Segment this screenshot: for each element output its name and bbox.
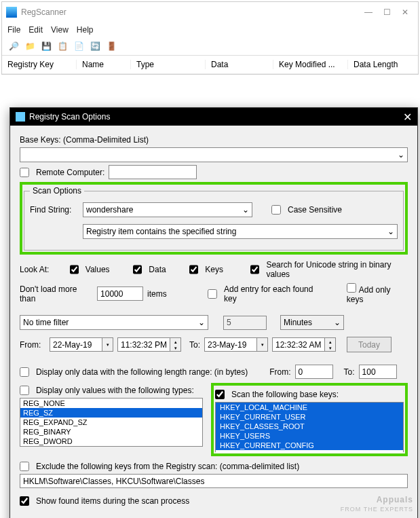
data-checkbox[interactable] bbox=[133, 265, 142, 274]
spinner-icon[interactable]: ▴▾ bbox=[325, 337, 336, 352]
highlight-find-string: Scan Options Find String: wondershare Ca… bbox=[20, 182, 408, 255]
length-range-label: Display only data with the following len… bbox=[36, 367, 248, 377]
values-checkbox[interactable] bbox=[70, 265, 79, 274]
scan-base-keys-label: Scan the following base keys: bbox=[231, 390, 339, 399]
time-filter-num bbox=[223, 316, 267, 330]
column-headers: Registry Key Name Type Data Key Modified… bbox=[2, 56, 418, 74]
time-filter-combo[interactable]: No time filter bbox=[20, 315, 208, 330]
length-to-label: To: bbox=[344, 367, 355, 377]
exclude-keys-checkbox[interactable] bbox=[20, 462, 29, 471]
to-time-input[interactable] bbox=[272, 337, 325, 352]
scan-options-group: Scan Options Find String: wondershare Ca… bbox=[24, 186, 404, 251]
remote-computer-checkbox[interactable] bbox=[20, 168, 29, 177]
list-item[interactable]: REG_SZ bbox=[20, 408, 202, 418]
scan-icon[interactable]: 🔎 bbox=[7, 40, 20, 52]
properties-icon[interactable]: 📄 bbox=[73, 40, 85, 52]
toolbar: 🔎 📁 💾 📋 📄 🔄 🚪 bbox=[2, 37, 418, 56]
col-registry-key[interactable]: Registry Key bbox=[2, 60, 77, 69]
dialog-icon bbox=[16, 112, 25, 122]
list-item[interactable]: HKEY_CURRENT_USER bbox=[216, 412, 403, 422]
col-name[interactable]: Name bbox=[77, 60, 131, 69]
refresh-icon[interactable]: 🔄 bbox=[89, 40, 101, 52]
exclude-keys-input[interactable] bbox=[20, 474, 408, 488]
to-date-input[interactable] bbox=[204, 337, 257, 352]
registry-scan-options-dialog: Registry Scan Options ✕ Base Keys: (Comm… bbox=[9, 107, 418, 518]
list-item[interactable]: REG_DWORD bbox=[20, 437, 202, 446]
maximize-button[interactable]: ☐ bbox=[383, 7, 391, 17]
show-found-checkbox[interactable] bbox=[20, 496, 29, 506]
from-date-input[interactable] bbox=[50, 337, 102, 352]
spinner-icon[interactable]: ▴▾ bbox=[170, 337, 181, 352]
dont-load-input[interactable] bbox=[97, 286, 143, 301]
copy-icon[interactable]: 📋 bbox=[56, 40, 69, 52]
add-only-keys-checkbox[interactable] bbox=[347, 283, 356, 293]
list-item[interactable]: REG_EXPAND_SZ bbox=[20, 418, 202, 427]
col-type[interactable]: Type bbox=[131, 60, 206, 69]
list-item[interactable]: HKEY_CURRENT_CONFIG bbox=[216, 441, 403, 450]
matching-combo[interactable]: Registry item contains the specified str… bbox=[83, 224, 398, 239]
base-keys-combo[interactable] bbox=[20, 147, 408, 162]
case-sensitive-checkbox[interactable] bbox=[271, 205, 281, 215]
base-keys-listbox[interactable]: HKEY_LOCAL_MACHINE HKEY_CURRENT_USER HKE… bbox=[215, 402, 404, 452]
to-label: To: bbox=[189, 340, 200, 350]
keys-label: Keys bbox=[205, 265, 223, 274]
col-data[interactable]: Data bbox=[206, 60, 273, 69]
length-to-input[interactable] bbox=[359, 365, 397, 379]
unicode-checkbox[interactable] bbox=[250, 265, 259, 274]
highlight-base-keys: Scan the following base keys: HKEY_LOCAL… bbox=[211, 383, 408, 456]
length-range-checkbox[interactable] bbox=[20, 367, 29, 377]
find-string-input[interactable]: wondershare bbox=[83, 202, 252, 217]
app-title: RegScanner bbox=[21, 7, 364, 17]
types-listbox[interactable]: REG_NONE REG_SZ REG_EXPAND_SZ REG_BINARY… bbox=[20, 398, 203, 447]
menu-help[interactable]: Help bbox=[77, 25, 94, 35]
remote-computer-input[interactable] bbox=[109, 165, 197, 179]
values-label: Values bbox=[85, 265, 110, 274]
dialog-titlebar[interactable]: Registry Scan Options ✕ bbox=[10, 108, 417, 126]
add-entry-label: Add entry for each found key bbox=[224, 284, 325, 303]
dont-load-label: Don't load more than bbox=[20, 284, 93, 303]
menubar: File Edit View Help bbox=[2, 22, 418, 37]
list-item[interactable]: REG_NONE bbox=[20, 399, 202, 408]
menu-file[interactable]: File bbox=[7, 25, 20, 35]
case-sensitive-label: Case Sensitive bbox=[288, 205, 342, 215]
data-label: Data bbox=[149, 265, 166, 274]
add-entry-checkbox[interactable] bbox=[208, 289, 217, 299]
keys-checkbox[interactable] bbox=[189, 265, 198, 274]
dialog-close-button[interactable]: ✕ bbox=[403, 111, 412, 124]
types-label: Display only values with the following t… bbox=[36, 386, 194, 395]
scan-base-keys-checkbox[interactable] bbox=[215, 390, 225, 399]
remote-computer-label: Remote Computer: bbox=[36, 168, 104, 177]
close-button[interactable]: ✕ bbox=[402, 7, 408, 17]
today-button: Today bbox=[347, 337, 392, 352]
show-found-label: Show found items during the scan process bbox=[36, 496, 189, 506]
date-picker-icon[interactable]: ▾ bbox=[102, 337, 113, 352]
length-from-input[interactable] bbox=[295, 365, 333, 379]
date-picker-icon[interactable]: ▾ bbox=[257, 337, 268, 352]
exclude-keys-label: Exclude the following keys from the Regi… bbox=[36, 462, 299, 471]
col-key-modified[interactable]: Key Modified ... bbox=[273, 60, 348, 69]
items-label: items bbox=[147, 289, 167, 299]
length-from-label: From: bbox=[269, 367, 290, 377]
menu-edit[interactable]: Edit bbox=[28, 25, 43, 35]
from-time-input[interactable] bbox=[117, 337, 170, 352]
main-window: RegScanner — ☐ ✕ File Edit View Help 🔎 📁… bbox=[1, 1, 419, 75]
list-item[interactable]: REG_DWORD_BIG_ENDIAN bbox=[20, 446, 202, 447]
list-item[interactable]: HKEY_LOCAL_MACHINE bbox=[216, 403, 403, 412]
list-item[interactable]: HKEY_USERS bbox=[216, 431, 403, 441]
list-item[interactable]: HKEY_CLASSES_ROOT bbox=[216, 422, 403, 431]
base-keys-label: Base Keys: (Comma-Delimited List) bbox=[20, 135, 149, 145]
find-string-label: Find String: bbox=[30, 205, 79, 215]
from-label: From: bbox=[20, 340, 45, 350]
look-at-label: Look At: bbox=[20, 265, 66, 274]
exit-icon[interactable]: 🚪 bbox=[105, 40, 117, 52]
unicode-label: Search for Unicode string in binary valu… bbox=[266, 260, 408, 279]
col-data-length[interactable]: Data Length bbox=[348, 60, 418, 69]
list-item[interactable]: REG_BINARY bbox=[20, 427, 202, 437]
menu-view[interactable]: View bbox=[51, 25, 69, 35]
open-icon[interactable]: 📁 bbox=[24, 40, 36, 52]
save-icon[interactable]: 💾 bbox=[40, 40, 52, 52]
app-icon bbox=[6, 7, 17, 18]
titlebar[interactable]: RegScanner — ☐ ✕ bbox=[2, 2, 418, 22]
minimize-button[interactable]: — bbox=[364, 7, 373, 17]
types-checkbox[interactable] bbox=[20, 386, 29, 395]
